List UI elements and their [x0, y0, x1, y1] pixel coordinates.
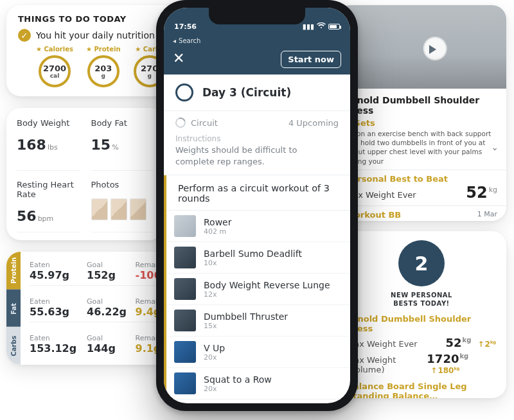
rail-protein[interactable]: Protein: [6, 252, 21, 290]
rail-carbs[interactable]: Carbs: [6, 327, 21, 365]
phone-mock: 17:56 ▮▮▮ ◂ Search ✕ Start now Day 3 (Ci…: [156, 0, 358, 411]
workout-date: 1 Mar: [477, 210, 497, 220]
photo-thumb: [130, 198, 146, 220]
exercise-title: Arnold Dumbbell Shoulder Press: [346, 95, 497, 116]
check-icon: ✓: [18, 29, 31, 42]
pb-label: Personal Best to Beat: [346, 174, 497, 184]
metric-photos[interactable]: Photos: [91, 180, 154, 232]
battery-icon: [328, 24, 340, 30]
play-icon: [429, 45, 436, 54]
exercise-list: Rower402 m Barbell Sumo Deadlift10x Body…: [164, 210, 350, 403]
macro-protein: ★ Protein 203g: [86, 46, 121, 87]
close-icon[interactable]: ✕: [173, 51, 190, 68]
upcoming-label: 4 Upcoming: [288, 118, 339, 128]
start-now-button[interactable]: Start now: [281, 51, 341, 68]
exercise-video[interactable]: [337, 5, 506, 89]
exercise-item[interactable]: Squat to a Row20x: [166, 367, 350, 399]
exercise-item[interactable]: Rower402 m: [166, 210, 350, 241]
exercise-thumb: [174, 215, 196, 237]
exercise-item[interactable]: V Up20x: [166, 336, 350, 367]
exercise-description: Sit on an exercise bench with back suppo…: [346, 129, 497, 166]
exercise-detail-card: Arnold Dumbbell Shoulder Press 3 Sets Si…: [337, 5, 506, 221]
progress-ring-icon: [175, 83, 193, 101]
star-icon: ★: [135, 46, 141, 53]
metric-body-weight[interactable]: Body Weight 168lbs: [17, 118, 80, 171]
metrics-card: Body Weight 168lbs Body Fat 15% Resting …: [6, 108, 164, 240]
macro-calories: ★ Calories 2700cal: [36, 46, 73, 87]
day-header: Day 3 (Circuit): [164, 74, 350, 111]
phone-notch: [209, 8, 305, 24]
metric-resting-heart-rate[interactable]: Resting Heart Rate 56bpm: [17, 180, 80, 232]
photo-thumb: [91, 198, 108, 220]
pb-item: Arnold Dumbbell Shoulder Press Max Weigh…: [347, 314, 496, 375]
day-title: Day 3 (Circuit): [202, 86, 291, 99]
pb-item: Balance Board Single Leg Standing Balanc…: [347, 381, 496, 398]
pb-count-badge: 2: [398, 240, 445, 286]
status-time: 17:56: [174, 22, 197, 31]
wifi-icon: [317, 22, 326, 31]
exercise-item[interactable]: Jumping Rope120x: [166, 399, 350, 403]
refresh-icon: [173, 116, 187, 129]
signal-icon: ▮▮▮: [303, 22, 314, 31]
personal-bests-card: 2 NEW PERSONALBESTS TODAY! Arnold Dumbbe…: [337, 231, 506, 398]
circuit-heading: Perform as a circuit workout of 3 rounds: [164, 175, 350, 210]
photo-thumb: [111, 198, 127, 220]
circuit-label: Circuit: [191, 118, 218, 128]
metric-body-fat[interactable]: Body Fat 15%: [91, 118, 154, 171]
exercise-item[interactable]: Barbell Sumo Deadlift10x: [166, 241, 350, 273]
star-icon: ★: [36, 46, 42, 53]
back-to-search[interactable]: ◂ Search: [173, 37, 200, 44]
rail-fat[interactable]: Fat: [6, 290, 21, 328]
instructions-text: Weights should be difficult to complete …: [164, 143, 350, 175]
instructions-label: Instructions: [164, 134, 350, 143]
chevron-down-icon[interactable]: ⌄: [491, 142, 499, 152]
exercise-thumb: [174, 278, 196, 300]
photo-thumbnails: [91, 198, 154, 220]
sets-label: 3 Sets: [346, 118, 497, 128]
exercise-thumb: [174, 372, 196, 394]
exercise-item[interactable]: Dumbbell Thruster15x: [166, 304, 350, 336]
exercise-thumb: [174, 341, 196, 363]
star-icon: ★: [86, 46, 92, 53]
exercise-thumb: [174, 310, 196, 331]
nutrition-rails: Protein Fat Carbs: [6, 252, 21, 365]
exercise-item[interactable]: Body Weight Reverse Lunge12x: [166, 273, 350, 304]
exercise-thumb: [174, 247, 196, 268]
